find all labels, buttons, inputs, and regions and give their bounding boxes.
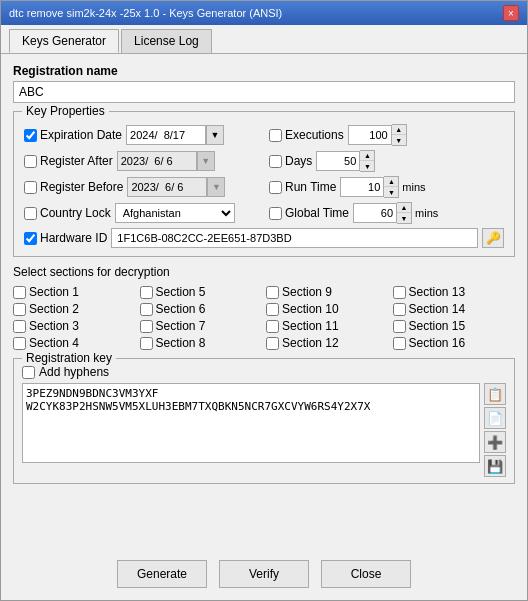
- hardware-id-refresh-btn[interactable]: 🔑: [482, 228, 504, 248]
- executions-input[interactable]: [348, 125, 392, 145]
- section-checkbox-5[interactable]: [13, 303, 26, 316]
- register-after-checkbox[interactable]: [24, 155, 37, 168]
- section-checkbox-13[interactable]: [13, 337, 26, 350]
- hardware-id-row: Hardware ID 🔑: [24, 228, 504, 248]
- register-before-checkbox[interactable]: [24, 181, 37, 194]
- registration-key-title: Registration key: [22, 351, 116, 365]
- executions-spin-down[interactable]: ▼: [392, 135, 406, 145]
- expiration-date-calendar-btn[interactable]: ▼: [206, 125, 224, 145]
- days-label: Days: [269, 154, 312, 168]
- reg-key-save-btn[interactable]: 💾: [484, 455, 506, 477]
- section-label-1: Section 1: [29, 285, 79, 299]
- section-checkbox-15[interactable]: [266, 337, 279, 350]
- section-checkbox-16[interactable]: [393, 337, 406, 350]
- section-checkbox-6[interactable]: [140, 303, 153, 316]
- register-after-field: ▼: [117, 151, 215, 171]
- section-checkbox-9[interactable]: [13, 320, 26, 333]
- country-lock-row: Country Lock Afghanistan: [24, 202, 259, 224]
- register-after-input[interactable]: [117, 151, 197, 171]
- verify-button[interactable]: Verify: [219, 560, 309, 588]
- register-before-calendar-btn[interactable]: ▼: [207, 177, 225, 197]
- section-checkbox-1[interactable]: [13, 286, 26, 299]
- expiration-date-field: ▼: [126, 125, 224, 145]
- section-item-13: Section 4: [13, 336, 136, 350]
- tab-bar: Keys Generator License Log: [1, 25, 527, 54]
- reg-key-add-btn[interactable]: ➕: [484, 431, 506, 453]
- section-label-3: Section 9: [282, 285, 332, 299]
- register-after-calendar-btn[interactable]: ▼: [197, 151, 215, 171]
- days-spin-down[interactable]: ▼: [360, 161, 374, 171]
- executions-spinners: ▲ ▼: [392, 124, 407, 146]
- global-time-checkbox[interactable]: [269, 207, 282, 220]
- run-time-field: ▲ ▼ mins: [340, 176, 425, 198]
- global-time-spin-down[interactable]: ▼: [397, 213, 411, 223]
- section-label-11: Section 11: [282, 319, 339, 333]
- global-time-spin-up[interactable]: ▲: [397, 203, 411, 213]
- section-checkbox-2[interactable]: [140, 286, 153, 299]
- expiration-date-label: Expiration Date: [24, 128, 122, 142]
- expiration-date-checkbox[interactable]: [24, 129, 37, 142]
- close-button[interactable]: ×: [503, 5, 519, 21]
- hardware-id-input[interactable]: [111, 228, 478, 248]
- register-before-input[interactable]: [127, 177, 207, 197]
- country-lock-checkbox[interactable]: [24, 207, 37, 220]
- days-checkbox[interactable]: [269, 155, 282, 168]
- reg-key-paste-btn[interactable]: 📄: [484, 407, 506, 429]
- country-lock-label: Country Lock: [24, 206, 111, 220]
- sections-grid: Section 1 Section 5 Section 9 Section 13…: [13, 285, 515, 350]
- section-checkbox-11[interactable]: [266, 320, 279, 333]
- global-time-input[interactable]: [353, 203, 397, 223]
- registration-key-group: Registration key Add hyphens 📋 📄 ➕ 💾: [13, 358, 515, 484]
- section-checkbox-8[interactable]: [393, 303, 406, 316]
- section-item-15: Section 12: [266, 336, 389, 350]
- hardware-id-checkbox[interactable]: [24, 232, 37, 245]
- section-label-16: Section 16: [409, 336, 466, 350]
- expiration-date-input[interactable]: [126, 125, 206, 145]
- sections-label: Select sections for decryption: [13, 265, 515, 279]
- run-time-checkbox[interactable]: [269, 181, 282, 194]
- days-spin-up[interactable]: ▲: [360, 151, 374, 161]
- registration-key-textarea[interactable]: [22, 383, 480, 463]
- section-item-10: Section 7: [140, 319, 263, 333]
- days-spinners: ▲ ▼: [360, 150, 375, 172]
- run-time-input[interactable]: [340, 177, 384, 197]
- section-checkbox-10[interactable]: [140, 320, 153, 333]
- days-row: Days ▲ ▼: [269, 150, 504, 172]
- section-checkbox-4[interactable]: [393, 286, 406, 299]
- run-time-spin-down[interactable]: ▼: [384, 187, 398, 197]
- section-checkbox-7[interactable]: [266, 303, 279, 316]
- tab-license-log[interactable]: License Log: [121, 29, 212, 53]
- key-properties-title: Key Properties: [22, 104, 109, 118]
- close-button-footer[interactable]: Close: [321, 560, 411, 588]
- tab-keys-generator[interactable]: Keys Generator: [9, 29, 119, 53]
- generate-button[interactable]: Generate: [117, 560, 207, 588]
- section-label-12: Section 15: [409, 319, 466, 333]
- registration-name-group: Registration name: [13, 64, 515, 103]
- add-hyphens-checkbox[interactable]: [22, 366, 35, 379]
- reg-key-area-wrap: 📋 📄 ➕ 💾: [22, 383, 506, 477]
- run-time-row: Run Time ▲ ▼ mins: [269, 176, 504, 198]
- executions-checkbox[interactable]: [269, 129, 282, 142]
- reg-key-copy-btn[interactable]: 📋: [484, 383, 506, 405]
- section-item-3: Section 9: [266, 285, 389, 299]
- section-checkbox-14[interactable]: [140, 337, 153, 350]
- registration-name-input[interactable]: [13, 81, 515, 103]
- section-item-11: Section 11: [266, 319, 389, 333]
- country-lock-select[interactable]: Afghanistan: [115, 203, 235, 223]
- add-hyphens-label: Add hyphens: [39, 365, 109, 379]
- global-time-row: Global Time ▲ ▼ mins: [269, 202, 504, 224]
- run-time-label: Run Time: [269, 180, 336, 194]
- days-input[interactable]: [316, 151, 360, 171]
- section-item-2: Section 5: [140, 285, 263, 299]
- section-label-4: Section 13: [409, 285, 466, 299]
- executions-spin-up[interactable]: ▲: [392, 125, 406, 135]
- section-item-1: Section 1: [13, 285, 136, 299]
- footer-buttons: Generate Verify Close: [1, 552, 527, 600]
- global-time-unit: mins: [415, 207, 438, 219]
- main-content: Registration name Key Properties Expirat…: [1, 54, 527, 552]
- run-time-spinners: ▲ ▼: [384, 176, 399, 198]
- run-time-spin-up[interactable]: ▲: [384, 177, 398, 187]
- section-checkbox-12[interactable]: [393, 320, 406, 333]
- register-before-field: ▼: [127, 177, 225, 197]
- section-checkbox-3[interactable]: [266, 286, 279, 299]
